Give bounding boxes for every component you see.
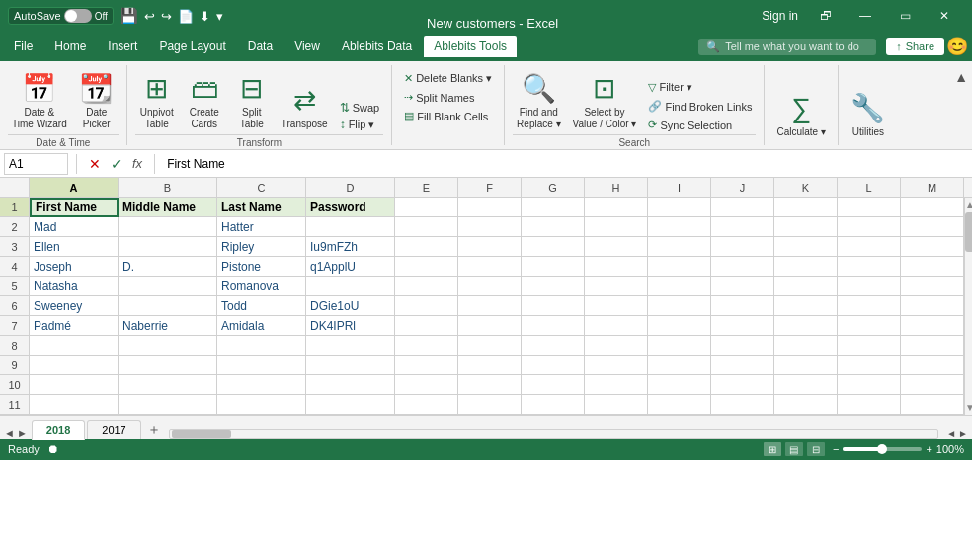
scrollbar-h-track[interactable]: [169, 429, 938, 439]
cell-d10[interactable]: [306, 375, 395, 395]
cell-e5[interactable]: [395, 277, 458, 296]
cell-k11[interactable]: [774, 395, 838, 415]
cell-m7[interactable]: [901, 316, 964, 336]
cell-f2[interactable]: [458, 217, 522, 237]
cell-c4[interactable]: Pistone: [217, 257, 306, 277]
cell-f11[interactable]: [458, 395, 522, 415]
transpose-button[interactable]: ⇄ Transpose: [278, 67, 332, 132]
col-header-l[interactable]: L: [838, 178, 901, 197]
cell-h3[interactable]: [585, 237, 648, 257]
menu-view[interactable]: View: [284, 36, 330, 57]
cell-e1[interactable]: [395, 198, 458, 217]
col-header-d[interactable]: D: [306, 178, 395, 197]
cell-h2[interactable]: [585, 217, 648, 237]
col-header-m[interactable]: M: [901, 178, 964, 197]
cell-b8[interactable]: [119, 336, 217, 356]
cell-e10[interactable]: [395, 375, 458, 395]
cell-k8[interactable]: [774, 336, 838, 356]
cell-h5[interactable]: [585, 277, 648, 296]
autosave-button[interactable]: AutoSave Off: [8, 7, 114, 25]
sheet-tab-2018[interactable]: 2018: [32, 420, 85, 440]
cell-a1[interactable]: First Name: [30, 198, 119, 217]
cell-l4[interactable]: [838, 257, 901, 277]
cell-i7[interactable]: [648, 316, 711, 336]
zoom-slider-thumb[interactable]: [877, 444, 887, 454]
cell-k1[interactable]: [774, 198, 838, 217]
select-by-value-button[interactable]: ⊡ Select byValue / Color ▾: [569, 67, 641, 132]
col-header-f[interactable]: F: [458, 178, 522, 197]
cell-c5[interactable]: Romanova: [217, 277, 306, 296]
cell-j11[interactable]: [711, 395, 774, 415]
cell-i2[interactable]: [648, 217, 711, 237]
cell-i9[interactable]: [648, 356, 711, 375]
cell-b10[interactable]: [119, 375, 217, 395]
menu-home[interactable]: Home: [44, 36, 96, 57]
cell-d5[interactable]: [306, 277, 395, 296]
cell-m11[interactable]: [901, 395, 964, 415]
zoom-in-button[interactable]: +: [926, 443, 932, 455]
flip-button[interactable]: ↕ Flip ▾: [336, 117, 384, 132]
cell-j4[interactable]: [711, 257, 774, 277]
cell-h6[interactable]: [585, 296, 648, 316]
scrollbar-thumb-h[interactable]: [172, 430, 231, 438]
cell-l6[interactable]: [838, 296, 901, 316]
signin-link[interactable]: Sign in: [762, 9, 798, 23]
cell-j6[interactable]: [711, 296, 774, 316]
cell-h7[interactable]: [585, 316, 648, 336]
cell-l5[interactable]: [838, 277, 901, 296]
close-button[interactable]: ✕: [925, 0, 964, 32]
cell-c1[interactable]: Last Name: [217, 198, 306, 217]
cell-g6[interactable]: [522, 296, 585, 316]
cell-a2[interactable]: Mad: [30, 217, 119, 237]
cell-j2[interactable]: [711, 217, 774, 237]
sheet-tab-2017[interactable]: 2017: [87, 420, 140, 439]
name-box[interactable]: A1: [4, 153, 68, 175]
col-header-b[interactable]: B: [119, 178, 217, 197]
unpivot-table-button[interactable]: ⊞ UnpivotTable: [135, 67, 179, 132]
menu-page-layout[interactable]: Page Layout: [149, 36, 235, 57]
page-layout-view-button[interactable]: ▤: [785, 442, 803, 456]
cell-b2[interactable]: [119, 217, 217, 237]
cell-g3[interactable]: [522, 237, 585, 257]
cell-c3[interactable]: Ripley: [217, 237, 306, 257]
delete-blanks-button[interactable]: ✕ Delete Blanks ▾: [400, 71, 496, 86]
cell-m10[interactable]: [901, 375, 964, 395]
cell-b7[interactable]: Naberrie: [119, 316, 217, 336]
cell-c7[interactable]: Amidala: [217, 316, 306, 336]
cell-c8[interactable]: [217, 336, 306, 356]
cell-l1[interactable]: [838, 198, 901, 217]
cell-j1[interactable]: [711, 198, 774, 217]
ribbon-display-icon[interactable]: 🗗: [806, 0, 846, 32]
split-table-button[interactable]: ⊟ SplitTable: [230, 67, 274, 132]
col-header-k[interactable]: K: [774, 178, 838, 197]
menu-file[interactable]: File: [4, 36, 42, 57]
cell-f4[interactable]: [458, 257, 522, 277]
cell-k3[interactable]: [774, 237, 838, 257]
cell-a8[interactable]: [30, 336, 119, 356]
cell-g7[interactable]: [522, 316, 585, 336]
cell-f7[interactable]: [458, 316, 522, 336]
cell-a5[interactable]: Natasha: [30, 277, 119, 296]
create-cards-button[interactable]: 🗃 CreateCards: [183, 67, 226, 132]
cell-i10[interactable]: [648, 375, 711, 395]
cell-j3[interactable]: [711, 237, 774, 257]
autosave-toggle[interactable]: [64, 9, 92, 23]
share-customize-icon[interactable]: ⬇: [200, 9, 210, 24]
fill-blank-cells-button[interactable]: ▤ Fill Blank Cells: [400, 109, 496, 123]
cell-b9[interactable]: [119, 356, 217, 375]
cell-d4[interactable]: q1ApplU: [306, 257, 395, 277]
cell-b5[interactable]: [119, 277, 217, 296]
cell-i1[interactable]: [648, 198, 711, 217]
cell-l8[interactable]: [838, 336, 901, 356]
cell-d1[interactable]: Password: [306, 198, 395, 217]
cell-e7[interactable]: [395, 316, 458, 336]
utilities-button[interactable]: 🔧 Utilities: [847, 75, 890, 140]
cell-a7[interactable]: Padmé: [30, 316, 119, 336]
cell-l3[interactable]: [838, 237, 901, 257]
zoom-out-button[interactable]: −: [833, 443, 839, 455]
calculate-button[interactable]: ∑ Calculate ▾: [772, 75, 829, 140]
ribbon-search[interactable]: 🔍 Tell me what you want to do: [698, 39, 876, 55]
cell-m3[interactable]: [901, 237, 964, 257]
cell-b1[interactable]: Middle Name: [119, 198, 217, 217]
cell-h11[interactable]: [585, 395, 648, 415]
